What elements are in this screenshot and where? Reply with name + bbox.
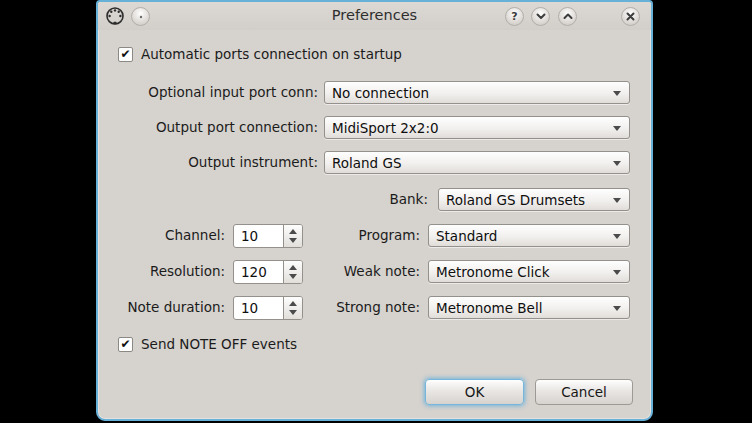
dropdown-arrow-icon	[613, 198, 621, 203]
note-off-label: Send NOTE OFF events	[141, 336, 297, 352]
program-combobox[interactable]: Standard	[428, 224, 630, 247]
check-icon: ✔	[120, 48, 130, 60]
output-instrument-combobox[interactable]: Roland GS	[324, 151, 630, 174]
auto-connect-checkbox[interactable]: ✔	[118, 47, 133, 62]
output-conn-combobox[interactable]: MidiSport 2x2:0	[324, 116, 630, 139]
titlebar[interactable]: Preferences ?	[98, 2, 651, 30]
shade-up-button[interactable]	[558, 7, 577, 26]
weak-note-combobox[interactable]: Metronome Click	[428, 260, 630, 283]
strong-note-combobox[interactable]: Metronome Bell	[428, 296, 630, 319]
output-instrument-label: Output instrument:	[98, 151, 318, 174]
output-conn-label: Output port connection:	[98, 116, 318, 139]
program-label: Program:	[98, 224, 420, 247]
help-button[interactable]: ?	[505, 7, 524, 26]
help-icon: ?	[511, 10, 517, 23]
output-instrument-value: Roland GS	[332, 155, 402, 171]
dropdown-arrow-icon	[613, 234, 621, 239]
dropdown-arrow-icon	[613, 306, 621, 311]
strong-note-value: Metronome Bell	[436, 300, 542, 316]
program-value: Standard	[436, 228, 497, 244]
output-conn-value: MidiSport 2x2:0	[332, 120, 439, 136]
input-conn-label: Optional input port conn:	[98, 81, 318, 104]
auto-connect-label: Automatic ports connection on startup	[141, 46, 402, 62]
check-icon: ✔	[120, 338, 130, 350]
bank-label: Bank:	[98, 188, 428, 211]
dropdown-arrow-icon	[613, 270, 621, 275]
chevron-down-icon	[536, 13, 546, 20]
weak-note-label: Weak note:	[98, 260, 420, 283]
close-button[interactable]	[621, 7, 640, 26]
dropdown-arrow-icon	[613, 161, 621, 166]
bank-combobox[interactable]: Roland GS Drumsets	[438, 188, 630, 211]
note-off-checkbox[interactable]: ✔	[118, 337, 133, 352]
close-icon	[626, 12, 635, 21]
input-conn-value: No connection	[332, 85, 429, 101]
auto-connect-checkbox-row: ✔ Automatic ports connection on startup	[118, 46, 402, 62]
note-off-checkbox-row: ✔ Send NOTE OFF events	[118, 336, 297, 352]
preferences-dialog: Preferences ? ✔ Automatic ports connecti…	[96, 0, 653, 421]
input-conn-combobox[interactable]: No connection	[324, 81, 630, 104]
ok-button[interactable]: OK	[425, 379, 524, 405]
bank-value: Roland GS Drumsets	[446, 192, 585, 208]
shade-down-button[interactable]	[531, 7, 550, 26]
chevron-up-icon	[563, 13, 573, 20]
dropdown-arrow-icon	[613, 91, 621, 96]
dropdown-arrow-icon	[613, 126, 621, 131]
strong-note-label: Strong note:	[98, 296, 420, 319]
cancel-button[interactable]: Cancel	[535, 379, 633, 405]
weak-note-value: Metronome Click	[436, 264, 550, 280]
